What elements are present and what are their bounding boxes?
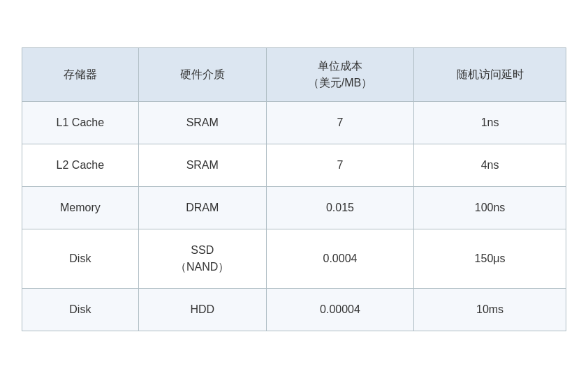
cell-cost-1: 7 [266, 144, 413, 186]
table-row: DiskHDD0.0000410ms [22, 288, 566, 331]
table-header-row: 存储器 硬件介质 单位成本 （美元/MB） 随机访问延时 [22, 47, 566, 101]
col-medium-header: 硬件介质 [138, 47, 266, 101]
cell-cost-4: 0.00004 [266, 288, 413, 331]
cell-latency-2: 100ns [414, 186, 566, 229]
cell-medium-2: DRAM [138, 186, 266, 229]
main-table-container: 存储器 硬件介质 单位成本 （美元/MB） 随机访问延时 L1 CacheSRA… [22, 47, 566, 331]
table-row: MemoryDRAM0.015100ns [22, 186, 566, 229]
cell-storage-0: L1 Cache [22, 101, 139, 144]
cell-medium-1: SRAM [138, 144, 266, 186]
cell-storage-1: L2 Cache [22, 144, 139, 186]
table-row: L1 CacheSRAM71ns [22, 101, 566, 144]
storage-table: 存储器 硬件介质 单位成本 （美元/MB） 随机访问延时 L1 CacheSRA… [22, 47, 566, 331]
cell-storage-3: Disk [22, 229, 139, 288]
cell-cost-0: 7 [266, 101, 413, 144]
cell-storage-2: Memory [22, 186, 139, 229]
cell-medium-0: SRAM [138, 101, 266, 144]
col-storage-header: 存储器 [22, 47, 139, 101]
cell-latency-0: 1ns [414, 101, 566, 144]
cell-cost-3: 0.0004 [266, 229, 413, 288]
table-row: L2 CacheSRAM74ns [22, 144, 566, 186]
col-cost-header: 单位成本 （美元/MB） [266, 47, 413, 101]
cell-latency-1: 4ns [414, 144, 566, 186]
table-body: L1 CacheSRAM71nsL2 CacheSRAM74nsMemoryDR… [22, 101, 566, 331]
cell-cost-2: 0.015 [266, 186, 413, 229]
cell-storage-4: Disk [22, 288, 139, 331]
cell-medium-3: SSD （NAND） [138, 229, 266, 288]
col-latency-header: 随机访问延时 [414, 47, 566, 101]
table-row: DiskSSD （NAND）0.0004150μs [22, 229, 566, 288]
cell-latency-4: 10ms [414, 288, 566, 331]
cell-latency-3: 150μs [414, 229, 566, 288]
cell-medium-4: HDD [138, 288, 266, 331]
